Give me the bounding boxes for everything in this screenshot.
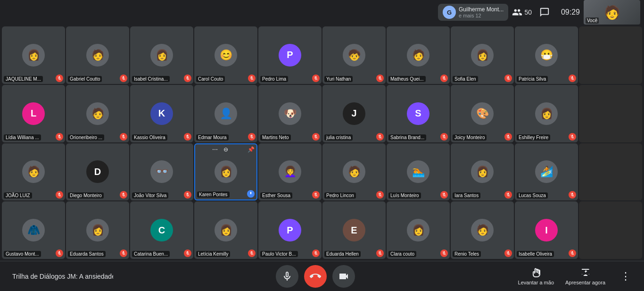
participant-avatar: 🏄 (535, 160, 558, 183)
mute-icon (312, 75, 320, 82)
participant-tile[interactable]: 😊Carol Couto (194, 26, 257, 84)
camera-button[interactable] (332, 265, 355, 288)
mute-icon (184, 133, 191, 141)
participant-tile[interactable]: 👩‍🦱Esther Sousa (258, 143, 322, 201)
mute-icon (440, 133, 448, 141)
participant-tile[interactable]: 🧑JOÃO LUIZ (2, 143, 65, 201)
mute-icon (120, 249, 127, 257)
options-icon[interactable]: ⋯ (212, 146, 218, 153)
meeting-title-area: Trilha de Diálogos JM: A ansiedade do...… (9, 272, 113, 281)
participant-tile[interactable]: 🏄Lucas Souza (515, 143, 578, 201)
participant-tile[interactable] (579, 26, 642, 84)
participant-tile[interactable]: DDiego Monteiro (66, 143, 129, 201)
participant-tile[interactable]: 😷Patrícia Silva (515, 26, 578, 84)
participant-tile[interactable] (579, 201, 642, 259)
participant-avatar: D (86, 160, 109, 183)
participant-tile[interactable]: LLídia Williana ... (2, 85, 65, 142)
participant-name: Clara couto (388, 251, 416, 257)
mute-icon (248, 249, 256, 257)
clock: 09:29 (561, 8, 580, 17)
participant-tile[interactable]: 🧒Yuri Nathan (322, 26, 386, 84)
mic-button[interactable] (276, 265, 298, 288)
mute-icon (56, 75, 63, 82)
participant-tile[interactable]: SSabrina Brand... (387, 85, 450, 142)
participant-tile[interactable]: 🧥Gustavo Mont... (2, 201, 65, 259)
participant-tile[interactable]: 🧑Renio Teles (451, 201, 514, 259)
raise-hand-label: Levantar a mão (518, 280, 554, 285)
participant-name: João Vitor Silva (132, 192, 168, 199)
participant-tile[interactable]: CCatarina Buen... (130, 201, 193, 259)
mute-icon (376, 249, 384, 257)
participant-tile[interactable]: 👩Clara couto (387, 201, 450, 259)
participant-tile[interactable]: 🏊Luís Monteiro (387, 143, 450, 201)
participant-tile[interactable]: 👩Sofia Elen (451, 26, 514, 84)
host-info: G Guilherme Mont... e mais 12 (438, 4, 508, 21)
participant-avatar: 🧑 (22, 160, 45, 183)
participant-tile[interactable]: KKassio Oliveira (130, 85, 193, 142)
mute-icon (504, 249, 512, 257)
participant-tile[interactable]: 👩Eduarda Santos (66, 201, 129, 259)
participant-tile[interactable]: 🧑Gabriel Coutto (66, 26, 129, 84)
participant-tile[interactable]: 🧑Matheus Quei... (387, 26, 450, 84)
remove-icon[interactable]: ⊖ (223, 146, 228, 153)
participant-avatar: 🧑 (471, 219, 494, 241)
participant-name: Pedro Lincon (324, 192, 356, 199)
bottom-controls (276, 265, 355, 288)
mute-icon (440, 191, 448, 199)
participant-tile[interactable]: Jjulia cristina (322, 85, 386, 142)
mic-icon (281, 271, 293, 282)
participant-tile[interactable]: IIsabelle Oliveira (515, 201, 578, 259)
participant-avatar: 🧑 (86, 44, 109, 67)
participant-tile[interactable]: 🎨Joicy Monteiro (451, 85, 514, 142)
chat-icon (539, 7, 550, 17)
participant-tile[interactable] (579, 85, 642, 142)
participant-tile[interactable]: 👩Isabel Cristina... (130, 26, 193, 84)
participant-tile[interactable]: 👩Karen Pontes📌⋯⊖ (194, 143, 257, 201)
participant-tile[interactable]: PPaulo Victor B... (258, 201, 322, 259)
mute-icon (569, 249, 576, 257)
participant-tile[interactable]: EEduarda Hellen (322, 201, 386, 259)
end-call-button[interactable] (304, 265, 327, 288)
participant-tile[interactable]: 👓João Vitor Silva (130, 143, 193, 201)
present-button[interactable]: Apresentar agora (565, 267, 605, 285)
mute-icon (56, 249, 63, 257)
more-options-button[interactable]: ⋮ (617, 266, 635, 286)
participant-avatar: K (150, 102, 173, 125)
raise-hand-button[interactable]: Levantar a mão (518, 267, 554, 285)
participant-tile[interactable]: PPedro Lima (258, 26, 322, 84)
mute-icon (248, 75, 256, 82)
people-icon (512, 7, 522, 17)
host-avatar: G (443, 6, 456, 19)
participant-avatar: 🏊 (407, 160, 429, 183)
end-call-icon (310, 271, 321, 282)
participant-name: Martins Neto (260, 134, 291, 141)
self-video-tile: 🧑 Você (584, 0, 640, 25)
participant-tile[interactable]: 👩Iara Santos (451, 143, 514, 201)
bottom-right-controls: Levantar a mão Apresentar agora ⋮ (518, 266, 635, 286)
mute-icon (504, 133, 512, 141)
participant-name: Isabel Cristina... (132, 76, 170, 82)
participant-name: Yuri Nathan (324, 76, 353, 82)
participants-button[interactable]: 50 (512, 7, 532, 17)
mute-icon (376, 191, 384, 199)
participant-avatar: 👤 (215, 102, 237, 125)
participant-tile[interactable]: 👤Edmar Moura (194, 85, 257, 142)
host-name: Guilherme Mont... (459, 6, 504, 13)
participant-avatar: 👩 (407, 219, 429, 241)
mute-icon (504, 75, 512, 82)
participant-tile[interactable]: 👩JAQUELINE M... (2, 26, 65, 84)
participant-tile[interactable]: 🐶Martins Neto (258, 85, 322, 142)
participant-tile[interactable]: 👩Eshilley Freire (515, 85, 578, 142)
participant-tile[interactable]: 🧑Orioneribeiro ... (66, 85, 129, 142)
participant-name: Gustavo Mont... (4, 251, 41, 257)
mute-icon (120, 133, 127, 141)
participant-name: Karen Pontes (197, 191, 230, 198)
participant-tile[interactable] (579, 143, 642, 201)
participant-tile[interactable]: 👩Letícia Kemilly (194, 201, 257, 259)
participant-avatar: 🧑 (407, 44, 429, 67)
pin-icon[interactable]: 📌 (248, 146, 255, 153)
participant-name: Pedro Lima (260, 76, 288, 82)
mute-icon (120, 75, 127, 82)
participant-tile[interactable]: 🧑Pedro Lincon (322, 143, 386, 201)
chat-button[interactable] (539, 7, 550, 17)
